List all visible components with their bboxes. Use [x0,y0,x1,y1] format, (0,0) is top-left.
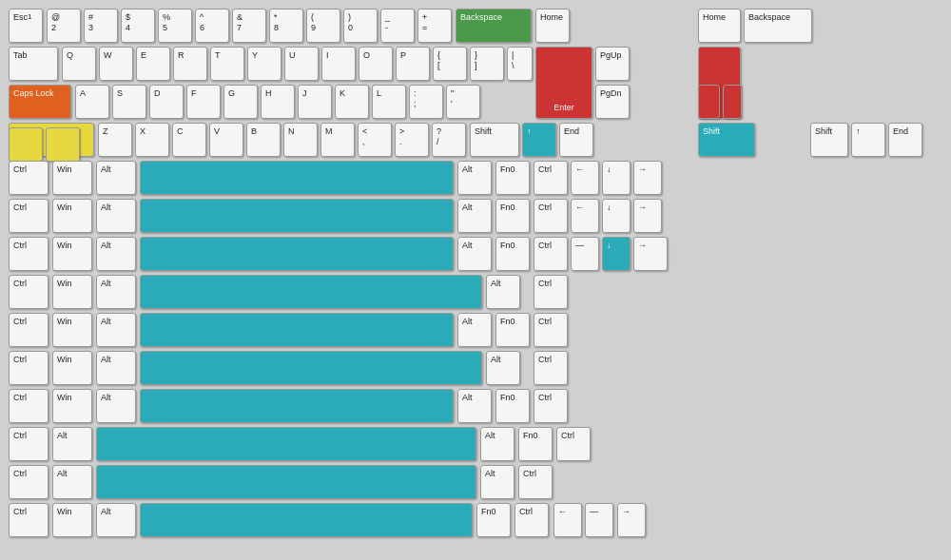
key-comma[interactable]: <, [358,123,392,157]
key-alt2-r11[interactable]: Alt [457,389,492,423]
key-alt-r11[interactable]: Alt [96,389,136,423]
key-alt-r12[interactable]: Alt [52,427,92,461]
key-ctrl-r12[interactable]: Ctrl [9,427,49,461]
key-space-r11[interactable] [140,389,454,423]
key-alt2-r12[interactable]: Alt [480,427,514,461]
key-alt-r14[interactable]: Alt [96,503,136,537]
key-space-r14[interactable] [140,503,473,537]
key-down-r6[interactable]: ↓ [602,199,631,233]
key-fn-r5[interactable]: Fn0 [495,161,530,195]
key-alt2-r7[interactable]: Alt [457,237,492,271]
key-ctrl-r14[interactable]: Ctrl [9,503,49,537]
key-alt-r5[interactable]: Alt [96,161,136,195]
key-shift-right[interactable]: Shift [470,123,519,157]
key-ctrl-r6[interactable]: Ctrl [9,199,49,233]
key-backspace-r1[interactable]: Backspace [744,9,812,43]
key-shift-r2-cluster[interactable]: Shift [810,123,848,157]
key-d[interactable]: D [149,85,184,119]
key-fn-r6[interactable]: Fn0 [495,199,530,233]
key-ctrl-r10[interactable]: Ctrl [9,351,49,385]
key-ctrl2-r12[interactable]: Ctrl [556,427,591,461]
key-lbracket[interactable]: {[ [433,47,467,81]
key-space-r9[interactable] [140,313,454,347]
key-space-r7[interactable] [140,237,454,271]
key-backspace[interactable]: Backspace [456,9,532,43]
key-end-row4[interactable]: End [559,123,593,157]
key-8[interactable]: *8 [269,9,303,43]
key-equals[interactable]: += [417,9,452,43]
key-c[interactable]: C [172,123,206,157]
key-shift-r-cluster[interactable]: Shift [698,123,755,157]
key-x[interactable]: X [135,123,169,157]
key-pgup[interactable]: PgUp [595,47,630,81]
key-alt2-r5[interactable]: Alt [457,161,492,195]
key-ctrl2-r9[interactable]: Ctrl [534,313,568,347]
key-space-r5[interactable] [140,161,454,195]
key-esc[interactable]: Esc1 [9,9,43,43]
key-9[interactable]: (9 [306,9,340,43]
key-win-r11[interactable]: Win [52,389,92,423]
key-ctrl2-r10[interactable]: Ctrl [534,351,568,385]
key-right-r14[interactable]: → [617,503,646,537]
key-w[interactable]: W [99,47,133,81]
key-2[interactable]: @2 [47,9,81,43]
key-y[interactable]: Y [247,47,281,81]
key-j[interactable]: J [298,85,332,119]
key-ctrl2-r6[interactable]: Ctrl [534,199,568,233]
key-alt-r8[interactable]: Alt [96,275,136,309]
key-space-r13[interactable] [96,465,476,499]
key-semicolon[interactable]: :; [409,85,443,119]
key-5[interactable]: %5 [158,9,192,43]
key-period[interactable]: >. [395,123,429,157]
key-up[interactable]: ↑ [522,123,556,157]
key-alt2-r13[interactable]: Alt [480,465,514,499]
key-3[interactable]: #3 [84,9,118,43]
key-ctrl2-r13[interactable]: Ctrl [518,465,553,499]
key-b[interactable]: B [246,123,281,157]
key-red-r3a[interactable] [698,85,720,119]
key-space-r12[interactable] [96,427,476,461]
key-ctrl-r5[interactable]: Ctrl [9,161,49,195]
key-fn-r12[interactable]: Fn0 [518,427,553,461]
key-g[interactable]: G [223,85,258,119]
key-alt2-r10[interactable]: Alt [486,351,520,385]
key-red-r3b[interactable] [723,85,742,119]
key-z[interactable]: Z [98,123,132,157]
key-o[interactable]: O [359,47,393,81]
key-alt-r7[interactable]: Alt [96,237,136,271]
key-alt2-r9[interactable]: Alt [457,313,492,347]
key-l[interactable]: L [372,85,406,119]
key-r[interactable]: R [173,47,207,81]
key-win-r5[interactable]: Win [52,161,92,195]
key-enter[interactable]: Enter [535,47,592,119]
key-ctrl2-r14[interactable]: Ctrl [514,503,549,537]
key-up-r-cluster[interactable]: ↑ [851,123,885,157]
key-ctrl2-r8[interactable]: Ctrl [534,275,568,309]
key-n[interactable]: N [283,123,318,157]
key-h[interactable]: H [261,85,295,119]
key-space-r8[interactable] [140,275,482,309]
key-u[interactable]: U [284,47,319,81]
key-dash-r7[interactable]: — [571,237,599,271]
key-win-r14[interactable]: Win [52,503,92,537]
key-ctrl-r9[interactable]: Ctrl [9,313,49,347]
key-minus[interactable]: _- [380,9,415,43]
key-end-r-cluster[interactable]: End [888,123,922,157]
key-win-r9[interactable]: Win [52,313,92,347]
key-dash-r14[interactable]: — [585,503,613,537]
key-alt-r9[interactable]: Alt [96,313,136,347]
key-ctrl2-r7[interactable]: Ctrl [534,237,568,271]
key-alt2-r6[interactable]: Alt [457,199,492,233]
key-m[interactable]: M [320,123,355,157]
key-yellow2[interactable] [46,127,80,162]
key-ctrl-r7[interactable]: Ctrl [9,237,49,271]
key-down-blue-r7[interactable]: ↓ [602,237,631,271]
key-fn-r9[interactable]: Fn0 [495,313,530,347]
key-fn-r14[interactable]: Fn0 [476,503,511,537]
key-win-r8[interactable]: Win [52,275,92,309]
key-p[interactable]: P [396,47,430,81]
key-rbracket[interactable]: }] [470,47,504,81]
key-right-r5[interactable]: → [633,161,662,195]
key-ctrl-r13[interactable]: Ctrl [9,465,49,499]
key-6[interactable]: ^6 [195,9,229,43]
